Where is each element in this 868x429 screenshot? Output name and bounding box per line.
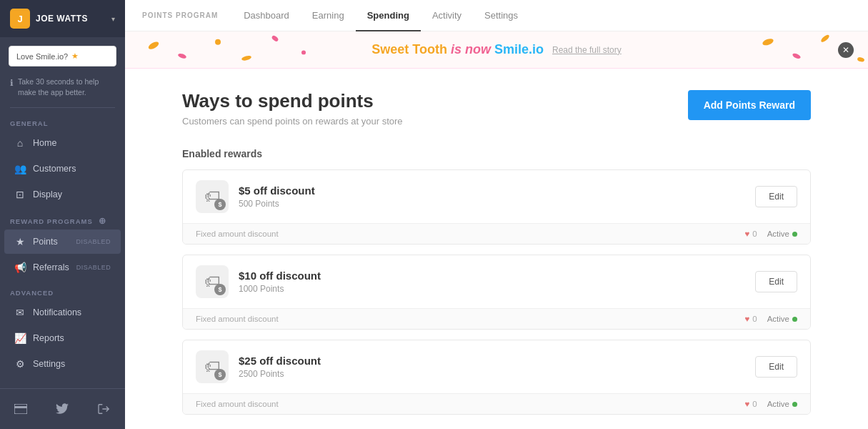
reward-card-3: 🏷 $ $25 off discount 2500 Points Edit Fi… (182, 340, 811, 415)
reward-name-2: $10 off discount (239, 270, 745, 282)
tab-settings[interactable]: Settings (473, 0, 529, 31)
enabled-rewards-label: Enabled rewards (182, 148, 811, 159)
page-content: Ways to spend points Customers can spend… (125, 69, 868, 429)
tab-earning[interactable]: Earning (301, 0, 356, 31)
reports-icon: 📈 (14, 332, 26, 344)
add-points-reward-button[interactable]: Add Points Reward (688, 90, 811, 120)
tab-dashboard[interactable]: Dashboard (232, 0, 301, 31)
reward-points-1: 500 Points (239, 199, 745, 209)
sidebar-item-points[interactable]: ★ Points DISABLED (4, 230, 121, 254)
svg-rect-0 (14, 404, 27, 414)
page-header-text: Ways to spend points Customers can spend… (182, 90, 403, 127)
sidebar-divider (10, 107, 115, 108)
sidebar-item-label: Referrals (33, 262, 69, 272)
referrals-disabled-badge: DISABLED (76, 264, 111, 271)
heart-count-2: ♥ 0 (744, 315, 757, 323)
reward-name-1: $5 off discount (239, 184, 745, 197)
svg-point-10 (820, 34, 831, 43)
svg-rect-1 (14, 406, 27, 408)
reward-card-2: 🏷 $ $10 off discount 1000 Points Edit Fi… (182, 255, 811, 330)
sidebar-item-label: Points (33, 237, 58, 247)
advanced-section-label: ADVANCED (0, 280, 125, 300)
svg-point-9 (792, 52, 801, 59)
heart-icon: ♥ (744, 315, 749, 323)
edit-button-1[interactable]: Edit (755, 186, 797, 207)
reward-card-bottom-2: Fixed amount discount ♥ 0 Active (183, 308, 810, 329)
active-dot-1 (792, 232, 797, 237)
banner-is: is (451, 42, 465, 56)
info-icon: ℹ (10, 77, 14, 89)
heart-number: 0 (752, 400, 757, 408)
sidebar-item-customers[interactable]: 👥 Customers (4, 157, 121, 181)
reward-card-top-3: 🏷 $ $25 off discount 2500 Points Edit (183, 340, 810, 393)
sidebar-header[interactable]: J JOE WATTS ▾ (0, 0, 125, 37)
svg-point-7 (301, 50, 306, 54)
dollar-icon: $ (214, 284, 226, 295)
close-icon: ✕ (842, 45, 849, 55)
svg-point-5 (241, 55, 251, 61)
reward-name-3: $25 off discount (239, 355, 745, 367)
sidebar: J JOE WATTS ▾ Love Smile.io? ★ ℹ Take 30… (0, 0, 125, 429)
sidebar-item-label: Notifications (33, 307, 81, 317)
reward-info-2: $10 off discount 1000 Points (239, 270, 745, 294)
edit-button-3[interactable]: Edit (755, 356, 797, 378)
sidebar-item-home[interactable]: ⌂ Home (4, 131, 121, 155)
heart-count-1: ♥ 0 (744, 230, 757, 238)
tab-activity[interactable]: Activity (421, 0, 473, 31)
heart-number: 0 (752, 315, 757, 323)
sidebar-username: JOE WATTS (36, 14, 88, 24)
edit-button-2[interactable]: Edit (755, 271, 797, 292)
love-smileio-button[interactable]: Love Smile.io? ★ (9, 46, 116, 66)
sidebar-logo: J (10, 9, 30, 29)
active-badge-2: Active (767, 315, 797, 323)
referrals-icon: 📢 (14, 262, 26, 273)
svg-point-4 (215, 39, 221, 45)
sidebar-item-notifications[interactable]: ✉ Notifications (4, 300, 121, 325)
promo-banner: Sweet Tooth is now Smile.io Read the ful… (125, 31, 868, 69)
main-content: POINTS PROGRAM Dashboard Earning Spendin… (125, 0, 868, 429)
banner-now: now (465, 42, 494, 56)
active-label: Active (767, 315, 789, 323)
svg-point-2 (147, 40, 160, 51)
reward-programs-section-label: REWARD PROGRAMS ⊕ (0, 207, 125, 229)
page-title: Ways to spend points (182, 90, 403, 112)
star-icon: ★ (71, 51, 79, 61)
reward-card-top-2: 🏷 $ $10 off discount 1000 Points Edit (183, 255, 810, 308)
page-subtitle: Customers can spend points on rewards at… (182, 116, 403, 127)
sidebar-item-display[interactable]: ⊡ Display (4, 182, 121, 207)
sidebar-item-reports[interactable]: 📈 Reports (4, 326, 121, 350)
program-label: POINTS PROGRAM (142, 11, 218, 19)
twitter-icon[interactable] (49, 396, 75, 422)
reward-points-2: 1000 Points (239, 284, 745, 294)
svg-point-3 (177, 53, 186, 60)
points-icon: ★ (14, 236, 26, 247)
sidebar-item-label: Customers (33, 164, 76, 174)
banner-close-button[interactable]: ✕ (838, 42, 854, 58)
reward-card-top-1: 🏷 $ $5 off discount 500 Points Edit (183, 170, 810, 223)
sidebar-item-label: Home (33, 138, 56, 148)
sidebar-item-referrals[interactable]: 📢 Referrals DISABLED (4, 255, 121, 280)
sidebar-item-settings[interactable]: ⚙ Settings (4, 352, 121, 376)
card-icon[interactable] (8, 396, 34, 422)
sidebar-item-label: Reports (33, 333, 64, 343)
active-badge-3: Active (767, 400, 797, 408)
reward-type-1: Fixed amount discount (196, 230, 279, 238)
banner-sweet: Sweet Tooth (371, 42, 447, 56)
reward-type-3: Fixed amount discount (196, 400, 279, 408)
banner-text: Sweet Tooth is now Smile.io (371, 42, 544, 57)
tab-spending[interactable]: Spending (356, 0, 421, 31)
customers-icon: 👥 (14, 163, 26, 174)
reward-meta-2: ♥ 0 Active (744, 315, 797, 323)
sidebar-item-label: Settings (33, 359, 65, 369)
active-label: Active (767, 230, 789, 238)
svg-point-12 (857, 56, 864, 62)
love-label: Love Smile.io? (16, 52, 68, 61)
logout-icon[interactable] (91, 396, 117, 422)
reward-info-3: $25 off discount 2500 Points (239, 355, 745, 379)
reward-info-1: $5 off discount 500 Points (239, 184, 745, 209)
svg-point-8 (762, 37, 774, 46)
reward-icon-wrap-1: 🏷 $ (196, 180, 229, 213)
dollar-icon: $ (214, 199, 226, 210)
banner-read-link[interactable]: Read the full story (552, 45, 622, 55)
help-text: Take 30 seconds to help make the app bet… (18, 77, 115, 97)
